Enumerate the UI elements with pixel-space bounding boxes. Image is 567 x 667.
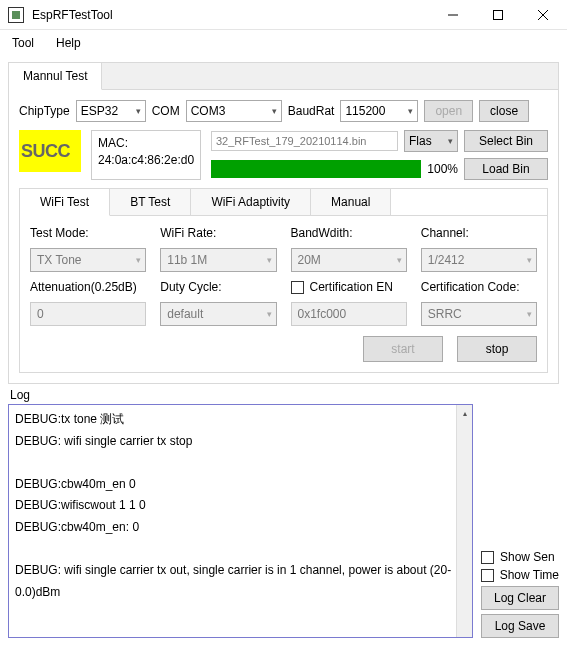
mac-info: MAC: 24:0a:c4:86:2e:d0 [91, 130, 201, 180]
scroll-up-icon[interactable]: ▴ [457, 405, 472, 421]
window-title: EspRFTestTool [32, 8, 430, 22]
log-content: DEBUG:tx tone 测试DEBUG: wifi single carri… [9, 405, 472, 607]
svg-rect-1 [493, 10, 502, 19]
test-mode-select[interactable]: TX Tone▾ [30, 248, 146, 272]
com-label: COM [152, 104, 180, 118]
open-button[interactable]: open [424, 100, 473, 122]
cert-hex-input[interactable]: 0x1fc000 [291, 302, 407, 326]
chevron-down-icon: ▾ [408, 106, 413, 116]
log-clear-button[interactable]: Log Clear [481, 586, 559, 610]
cert-en-checkbox[interactable] [291, 281, 304, 294]
channel-label: Channel: [421, 226, 537, 240]
menu-tool[interactable]: Tool [8, 34, 38, 52]
chevron-down-icon: ▾ [136, 106, 141, 116]
tab-wifi-test[interactable]: WiFi Test [20, 189, 110, 216]
chevron-down-icon: ▾ [267, 255, 272, 265]
maximize-icon [493, 10, 503, 20]
log-save-button[interactable]: Log Save [481, 614, 559, 638]
tab-manual-test[interactable]: Mannul Test [9, 63, 102, 90]
app-icon [8, 7, 24, 23]
log-box[interactable]: DEBUG:tx tone 测试DEBUG: wifi single carri… [8, 404, 473, 638]
log-label: Log [8, 388, 559, 404]
start-button[interactable]: start [363, 336, 443, 362]
menu-help[interactable]: Help [52, 34, 85, 52]
select-bin-button[interactable]: Select Bin [464, 130, 548, 152]
duty-cycle-select[interactable]: default▾ [160, 302, 276, 326]
load-bin-button[interactable]: Load Bin [464, 158, 548, 180]
tab-wifi-adaptivity[interactable]: WiFi Adaptivity [191, 189, 311, 216]
chip-type-select[interactable]: ESP32 ▾ [76, 100, 146, 122]
main-tabset: Mannul Test ChipType ESP32 ▾ COM COM3 ▾ … [8, 62, 559, 384]
close-icon [538, 10, 548, 20]
cert-en-wrap[interactable]: Certification EN [291, 280, 407, 294]
chevron-down-icon: ▾ [448, 136, 453, 146]
show-sen-label: Show Sen [500, 550, 555, 564]
show-time-wrap[interactable]: Show Time [481, 568, 559, 582]
cert-code-label: Certification Code: [421, 280, 537, 294]
show-time-label: Show Time [500, 568, 559, 582]
scrollbar[interactable]: ▴ [456, 405, 472, 637]
title-bar: EspRFTestTool [0, 0, 567, 30]
stop-button[interactable]: stop [457, 336, 537, 362]
chevron-down-icon: ▾ [527, 255, 532, 265]
show-sen-checkbox[interactable] [481, 551, 494, 564]
baud-label: BaudRat [288, 104, 335, 118]
close-button[interactable] [520, 0, 565, 30]
attenuation-input[interactable]: 0 [30, 302, 146, 326]
minimize-button[interactable] [430, 0, 475, 30]
chevron-down-icon: ▾ [267, 309, 272, 319]
progress-text: 100% [427, 162, 458, 176]
baud-select[interactable]: 115200 ▾ [340, 100, 418, 122]
chevron-down-icon: ▾ [136, 255, 141, 265]
chevron-down-icon: ▾ [397, 255, 402, 265]
chevron-down-icon: ▾ [272, 106, 277, 116]
mac-value: 24:0a:c4:86:2e:d0 [98, 152, 194, 169]
wifi-rate-select[interactable]: 11b 1M▾ [160, 248, 276, 272]
cert-code-select[interactable]: SRRC▾ [421, 302, 537, 326]
close-button-conn[interactable]: close [479, 100, 529, 122]
bandwidth-label: BandWdith: [291, 226, 407, 240]
chip-type-label: ChipType [19, 104, 70, 118]
show-sen-wrap[interactable]: Show Sen [481, 550, 559, 564]
cert-en-label: Certification EN [310, 280, 393, 294]
attenuation-label: Attenuation(0.25dB) [30, 280, 146, 294]
channel-select[interactable]: 1/2412▾ [421, 248, 537, 272]
status-badge: SUCC [19, 130, 81, 172]
maximize-button[interactable] [475, 0, 520, 30]
bin-path-field[interactable]: 32_RFTest_179_20210114.bin [211, 131, 398, 151]
flash-mode-select[interactable]: Flas ▾ [404, 130, 458, 152]
com-select[interactable]: COM3 ▾ [186, 100, 282, 122]
mac-label: MAC: [98, 135, 194, 152]
inner-tabset: WiFi Test BT Test WiFi Adaptivity Manual… [19, 188, 548, 373]
menu-bar: Tool Help [0, 30, 567, 56]
progress-bar [211, 160, 421, 178]
chevron-down-icon: ▾ [527, 309, 532, 319]
minimize-icon [448, 10, 458, 20]
connection-row: ChipType ESP32 ▾ COM COM3 ▾ BaudRat 1152… [19, 100, 548, 122]
tab-manual[interactable]: Manual [311, 189, 391, 216]
show-time-checkbox[interactable] [481, 569, 494, 582]
bandwidth-select[interactable]: 20M▾ [291, 248, 407, 272]
duty-cycle-label: Duty Cycle: [160, 280, 276, 294]
test-mode-label: Test Mode: [30, 226, 146, 240]
wifi-rate-label: WiFi Rate: [160, 226, 276, 240]
tab-bt-test[interactable]: BT Test [110, 189, 191, 216]
